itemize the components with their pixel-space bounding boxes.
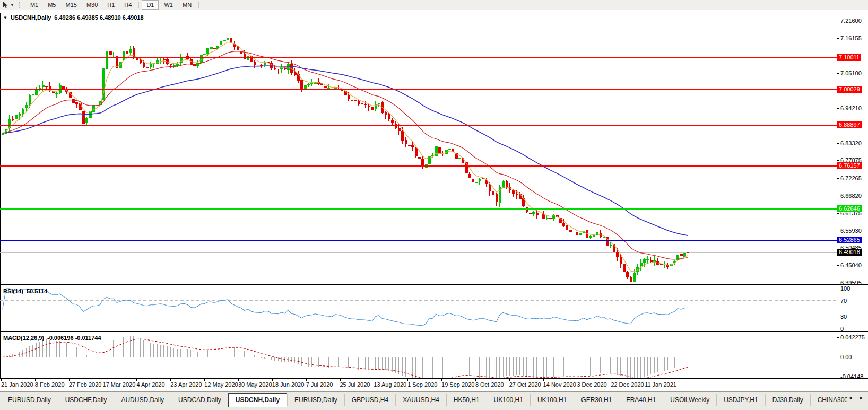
- date-tick: [577, 379, 577, 381]
- timeframe-button-d1[interactable]: D1: [142, 0, 159, 10]
- symbol-tab-dj30-daily[interactable]: DJ30,Daily: [765, 394, 810, 406]
- price-tick: [837, 283, 839, 283]
- rsi-panel-bottom-border[interactable]: [0, 331, 868, 332]
- price-tick: [837, 248, 839, 248]
- price-tick-label: 6.83320: [840, 140, 862, 146]
- rsi-axis-tick: [837, 329, 839, 329]
- date-label: 14 Nov 2020: [543, 381, 576, 388]
- symbol-tab-usdchf-daily[interactable]: USDCHF,Daily: [58, 394, 114, 406]
- date-label: 11 Jan 2021: [645, 381, 676, 388]
- date-label: 3 Dec 2020: [577, 381, 606, 388]
- main-chart-plot[interactable]: [0, 13, 837, 284]
- level-price-badge: 6.52865: [837, 237, 862, 243]
- date-label: 13 Aug 2020: [374, 381, 406, 388]
- symbol-tab-usdjpy-h1[interactable]: USDJPY,H1: [716, 394, 765, 406]
- macd-current-values: -0.006196 -0.011744: [47, 335, 101, 341]
- rsi-name: RSI(14): [3, 288, 23, 294]
- symbol-tab-ger30-h1[interactable]: GER30,H1: [574, 394, 619, 406]
- macd-panel-bottom-border: [0, 378, 868, 379]
- date-tick: [1, 379, 2, 381]
- symbol-tab-eurusd-daily[interactable]: EURUSD,Daily: [1, 394, 58, 406]
- main-panel-bottom-border: [0, 284, 868, 285]
- chart-title: ▼ USDCNH,Daily 6.49286 6.49385 6.48910 6…: [3, 14, 144, 21]
- price-tick: [837, 73, 839, 74]
- price-tick: [837, 178, 839, 179]
- date-tick: [136, 379, 137, 381]
- date-label: 23 Apr 2020: [170, 381, 202, 388]
- timeframe-button-m15[interactable]: M15: [60, 0, 81, 10]
- price-tick: [837, 143, 839, 144]
- symbol-tabbar: EURUSD,DailyUSDCHF,DailyAUDUSD,DailyUSDC…: [0, 391, 868, 410]
- macd-plot[interactable]: [0, 333, 837, 378]
- date-tick: [611, 379, 611, 381]
- macd-title: MACD(12,26,9) -0.006196 -0.011744: [3, 335, 101, 341]
- price-tick: [837, 38, 839, 39]
- macd-name: MACD(12,26,9): [3, 335, 44, 341]
- date-tick: [509, 379, 510, 381]
- level-price-badge: 6.88897: [837, 121, 862, 128]
- timeframe-button-m5[interactable]: M5: [43, 0, 60, 10]
- timeframe-button-m1[interactable]: M1: [25, 0, 43, 10]
- symbol-tab-usoil-weekly[interactable]: USOil,Weekly: [663, 394, 716, 406]
- cursor-tool-dropdown-icon[interactable]: ▼: [10, 3, 14, 7]
- price-tick-label: 7.05100: [840, 70, 862, 76]
- date-label: 7 Jul 2020: [306, 381, 333, 388]
- date-label: 17 Mar 2020: [103, 381, 136, 388]
- level-price-badge: 7.00029: [837, 86, 862, 93]
- symbol-tab-eurusd-daily[interactable]: EURUSD,Daily: [287, 394, 344, 406]
- timeframe-button-h1[interactable]: H1: [102, 0, 119, 10]
- symbol-tab-gbpusd-h4[interactable]: GBPUSD,H4: [344, 394, 395, 406]
- symbol-tab-usdcnh-daily[interactable]: USDCNH,Daily: [228, 393, 287, 407]
- toolbar-separator: [138, 2, 139, 8]
- date-tick: [35, 379, 36, 381]
- toolbar-grip[interactable]: [19, 2, 21, 8]
- date-label: 22 Dec 2020: [611, 381, 644, 388]
- rsi-current-value: 50.5114: [27, 288, 47, 294]
- date-label: 27 Feb 2020: [69, 381, 102, 388]
- rsi-plot[interactable]: [0, 286, 837, 331]
- timeframe-button-h4[interactable]: H4: [119, 0, 136, 10]
- symbol-tab-usdcad-daily[interactable]: USDCAD,Daily: [171, 394, 228, 406]
- date-label: 12 May 2020: [204, 381, 238, 388]
- rsi-title: RSI(14) 50.5114: [3, 288, 47, 294]
- timeframe-button-mn[interactable]: MN: [178, 0, 196, 10]
- timeframe-button-w1[interactable]: W1: [159, 0, 178, 10]
- trading-terminal: ▼ M1M5M15M30H1H4D1W1MN ▼ USDCNH,Daily 6.…: [0, 0, 868, 410]
- tabs-scroll-controls: ◄ ►: [845, 395, 867, 400]
- price-tick-label: 6.45040: [840, 262, 862, 268]
- cursor-tool-icon[interactable]: [1, 1, 10, 9]
- symbol-tab-uk100-h1[interactable]: UK100,H1: [530, 394, 574, 406]
- timeframe-button-m30[interactable]: M30: [82, 0, 102, 10]
- price-tick: [837, 21, 839, 21]
- macd-axis-tick: [837, 357, 839, 357]
- chart-collapse-icon[interactable]: ▼: [3, 15, 7, 20]
- symbol-tab-hk50-h1[interactable]: HK50,H1: [446, 394, 487, 406]
- price-tick: [837, 160, 839, 161]
- macd-axis-tick: [837, 337, 839, 338]
- date-label: 21 Jan 2020: [1, 381, 33, 388]
- date-label: 8 Feb 2020: [35, 381, 65, 388]
- price-tick-label: 6.94210: [840, 105, 862, 111]
- rsi-axis-label: 30: [840, 313, 847, 320]
- price-tick: [837, 231, 839, 231]
- rsi-axis-label: 70: [840, 298, 847, 304]
- price-tick-label: 6.55930: [840, 228, 862, 234]
- price-tick-label: 6.66820: [840, 193, 862, 199]
- symbol-tab-xauusd-h4[interactable]: XAUUSD,H4: [395, 394, 446, 406]
- date-label: 30 May 2020: [238, 381, 272, 388]
- date-label: 4 Apr 2020: [136, 381, 164, 388]
- tabs-scroll-left-button[interactable]: ◄: [848, 395, 853, 400]
- level-price-badge: 7.10011: [837, 54, 861, 61]
- symbol-tab-audusd-daily[interactable]: AUDUSD,Daily: [114, 394, 171, 406]
- tabs-scroll-right-button[interactable]: ►: [859, 395, 864, 400]
- date-tick: [69, 379, 70, 381]
- symbol-tab-uk100-h1[interactable]: UK100,H1: [487, 394, 530, 406]
- price-tick: [837, 213, 839, 214]
- symbol-tab-fra40-h1[interactable]: FRA40,H1: [619, 394, 663, 406]
- price-tick: [837, 108, 839, 109]
- date-tick: [238, 379, 239, 381]
- date-label: 8 Oct 2020: [475, 381, 504, 388]
- macd-axis-tick: [837, 377, 839, 377]
- symbol-tab-china300-h1[interactable]: CHINA300,H1: [810, 394, 847, 406]
- rsi-axis-label: 100: [840, 285, 850, 292]
